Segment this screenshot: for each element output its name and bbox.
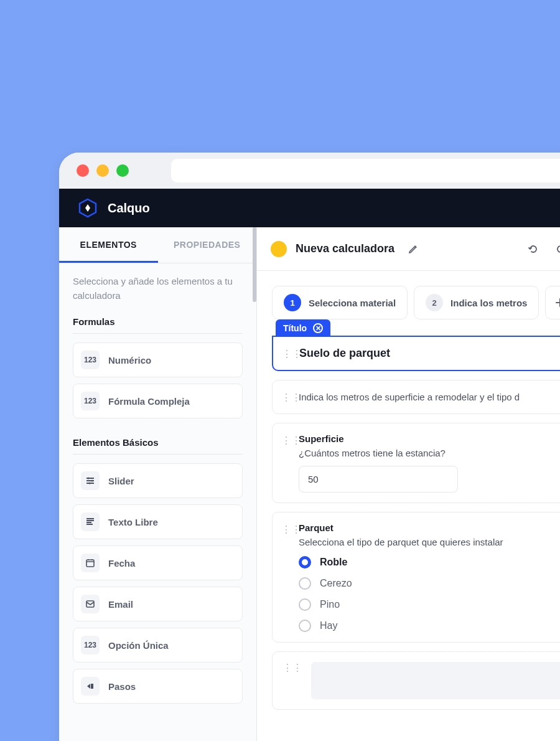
element-label: Fórmula Compleja <box>108 396 190 407</box>
step-1[interactable]: 1 Selecciona material <box>272 286 408 319</box>
radio-option-pino[interactable]: Pino <box>299 598 560 611</box>
title-text[interactable]: Suelo de parquet <box>299 347 560 360</box>
canvas-body: 1 Selecciona material 2 Indica los metro… <box>257 271 560 725</box>
field-title: Superficie <box>299 433 560 444</box>
scrollbar[interactable] <box>253 227 256 302</box>
step-label: Selecciona material <box>309 298 396 308</box>
step-num: 1 <box>284 294 301 311</box>
mail-icon <box>81 595 100 613</box>
radio-option-roble[interactable]: Roble <box>299 556 560 569</box>
steps-nav: 1 Selecciona material 2 Indica los metro… <box>272 286 560 319</box>
brand-name: Calquo <box>108 201 150 215</box>
element-label: Opción Única <box>108 640 169 651</box>
sidebar: ELEMENTOS PROPIEDADES Selecciona y añade… <box>59 227 257 741</box>
drag-handle-icon[interactable]: ⋮⋮ <box>281 392 301 404</box>
app-window: Calquo Mis calculad ELEMENTOS PROPIEDADE… <box>59 153 560 741</box>
description-text: Indica los metros de superficie a remode… <box>299 392 560 402</box>
section-formulas-title: Formulas <box>73 316 243 334</box>
element-slider[interactable]: Slider <box>73 463 243 498</box>
add-step-button[interactable] <box>545 286 560 319</box>
minimize-window-icon[interactable] <box>96 164 109 177</box>
canvas: Nueva calculadora h1 B 1 <box>257 227 560 741</box>
window-titlebar <box>59 153 560 189</box>
radio-label: Roble <box>320 557 347 568</box>
element-email[interactable]: Email <box>73 587 243 621</box>
svg-marker-1 <box>85 204 90 212</box>
empty-card[interactable]: ⋮⋮ <box>272 651 560 710</box>
parquet-card[interactable]: ⋮⋮ Parquet Selecciona el tipo de parquet… <box>272 512 560 643</box>
element-label: Email <box>108 599 133 610</box>
radio-option-cerezo[interactable]: Cerezo <box>299 577 560 590</box>
element-complex-formula[interactable]: 123 Fórmula Compleja <box>73 384 243 418</box>
logo-icon <box>78 198 98 218</box>
numeric-icon: 123 <box>81 351 100 369</box>
element-numeric[interactable]: 123 Numérico <box>73 342 243 377</box>
brand: Calquo <box>78 198 150 218</box>
svg-rect-6 <box>86 601 94 607</box>
option-icon: 123 <box>81 636 100 654</box>
radio-icon <box>299 577 311 590</box>
drag-handle-icon[interactable]: ⋮⋮ <box>281 435 301 446</box>
status-dot-icon <box>271 241 287 257</box>
superficie-input[interactable] <box>299 466 458 493</box>
svg-point-2 <box>88 478 90 479</box>
canvas-toolbar: Nueva calculadora h1 B <box>257 227 560 271</box>
element-label: Pasos <box>108 681 136 692</box>
drag-handle-icon[interactable]: ⋮⋮ <box>281 524 301 536</box>
formula-icon: 123 <box>81 392 100 410</box>
step-num: 2 <box>426 294 443 311</box>
title-card[interactable]: ⋮⋮ Suelo de parquet <box>272 336 560 371</box>
badge-close-button[interactable]: ✕ <box>313 323 323 333</box>
radio-option-hay[interactable]: Hay <box>299 620 560 632</box>
app-header: Calquo Mis calculad <box>59 189 560 227</box>
badge-label: Título <box>283 323 307 333</box>
element-steps[interactable]: Pasos <box>73 669 243 704</box>
text-icon <box>81 512 100 531</box>
element-single-option[interactable]: 123 Opción Única <box>73 628 243 663</box>
redo-button[interactable] <box>551 239 560 259</box>
element-label: Texto Libre <box>108 517 158 527</box>
sidebar-tabs: ELEMENTOS PROPIEDADES <box>59 227 256 263</box>
placeholder-box <box>311 662 560 699</box>
undo-button[interactable] <box>523 239 543 259</box>
step-label: Indica los metros <box>450 298 527 308</box>
element-label: Numérico <box>108 355 151 366</box>
sliders-icon <box>81 471 100 490</box>
sidebar-content: Selecciona y añade los elementos a tu ca… <box>59 263 256 721</box>
step-2[interactable]: 2 Indica los metros <box>414 286 539 319</box>
tab-elements[interactable]: ELEMENTOS <box>59 227 158 263</box>
tab-properties[interactable]: PROPIEDADES <box>158 227 257 263</box>
radio-label: Pino <box>320 599 340 610</box>
section-basics-title: Elementos Básicos <box>73 437 243 455</box>
plus-icon <box>554 297 560 308</box>
traffic-lights <box>77 164 129 177</box>
element-date[interactable]: Fecha <box>73 545 243 580</box>
radio-icon <box>299 556 311 569</box>
selected-badge: Título ✕ <box>276 319 330 337</box>
radio-label: Hay <box>320 620 337 631</box>
edit-title-button[interactable] <box>403 239 423 259</box>
sidebar-hint: Selecciona y añade los elementos a tu ca… <box>73 275 243 303</box>
element-free-text[interactable]: Texto Libre <box>73 504 243 539</box>
radio-icon <box>299 598 311 611</box>
steps-icon <box>81 677 100 696</box>
url-bar[interactable] <box>171 159 560 182</box>
field-question: ¿Cuántos metros tiene la estancia? <box>299 448 560 458</box>
maximize-window-icon[interactable] <box>116 164 129 177</box>
svg-point-4 <box>89 483 91 484</box>
svg-point-3 <box>91 480 93 482</box>
app-body: ELEMENTOS PROPIEDADES Selecciona y añade… <box>59 227 560 741</box>
document-title: Nueva calculadora <box>296 242 394 255</box>
element-label: Fecha <box>108 558 135 569</box>
drag-handle-icon[interactable]: ⋮⋮ <box>282 662 302 699</box>
radio-label: Cerezo <box>320 578 352 589</box>
field-title: Parquet <box>299 522 560 533</box>
drag-handle-icon[interactable]: ⋮⋮ <box>282 348 302 360</box>
svg-rect-5 <box>86 560 94 567</box>
close-window-icon[interactable] <box>77 164 89 177</box>
calendar-icon <box>81 554 100 572</box>
superficie-card[interactable]: ⋮⋮ Superficie ¿Cuántos metros tiene la e… <box>272 423 560 503</box>
radio-icon <box>299 620 311 632</box>
element-label: Slider <box>108 476 134 486</box>
description-card[interactable]: ⋮⋮ Indica los metros de superficie a rem… <box>272 380 560 414</box>
